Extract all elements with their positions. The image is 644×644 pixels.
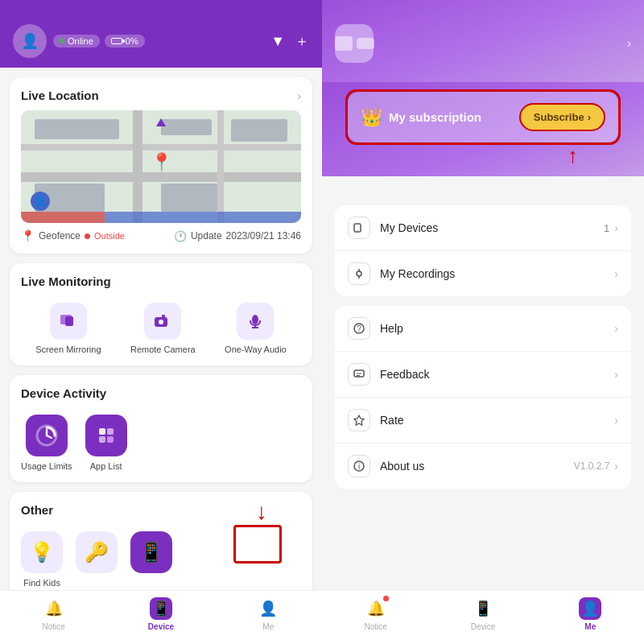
svg-rect-12	[107, 428, 114, 435]
notice-icon: 🔔	[43, 597, 65, 620]
about-us-item[interactable]: i About us V1.0.2.7 ›	[335, 444, 631, 489]
my-recordings-item[interactable]: My Recordings ›	[335, 251, 631, 296]
feedback-item[interactable]: Feedback ›	[335, 352, 631, 398]
screen-mirroring-item[interactable]: Screen Mirroring	[35, 303, 101, 354]
svg-rect-14	[107, 436, 114, 443]
subscribe-button[interactable]: Subscribe ›	[519, 103, 605, 131]
svg-point-3	[159, 320, 163, 324]
subscription-title: My subscription	[389, 110, 481, 124]
svg-rect-11	[99, 428, 105, 435]
remote-camera-item[interactable]: Remote Camera	[130, 303, 196, 354]
live-location-arrow[interactable]: ›	[297, 89, 301, 102]
find-kids-icon: 💡	[21, 531, 63, 573]
map-area: 📍 👤	[21, 110, 301, 223]
my-devices-label: My Devices	[380, 221, 604, 234]
recordings-chevron-icon: ›	[614, 267, 618, 280]
live-location-card: Live Location ›	[10, 77, 312, 254]
device-activity-card: Device Activity Usage Limits	[10, 375, 312, 482]
find-kids-item[interactable]: 💡 Find Kids	[21, 531, 63, 588]
feedback-icon	[348, 363, 370, 386]
app-list-item[interactable]: App List	[85, 415, 127, 471]
svg-marker-25	[354, 415, 364, 425]
right-device-icon: 📱	[472, 597, 494, 620]
other-card: Other 💡 Find Kids 🔑	[10, 492, 312, 590]
left-bottom-nav: 🔔 Notice 📱 Device 👤 Me	[0, 590, 322, 644]
right-header: ›	[322, 0, 644, 82]
right-content: My Devices 1 › My Recordings	[322, 192, 644, 590]
about-icon: i	[348, 455, 370, 477]
geofence-label: Geofence	[39, 230, 80, 242]
feedback-label: Feedback	[380, 368, 614, 381]
other-grid: 💡 Find Kids 🔑 📱	[21, 525, 301, 588]
update-label: Update	[191, 230, 222, 242]
notification-dot	[383, 596, 389, 601]
right-me-icon: 👤	[579, 597, 601, 620]
red-arrow-up: ↑	[568, 143, 578, 168]
devices-count: 1	[604, 222, 609, 234]
subscription-card: 👑 My subscription Subscribe › ↑	[348, 92, 618, 142]
devices-icon	[348, 217, 370, 239]
svg-point-17	[357, 271, 361, 276]
about-chevron-icon: ›	[614, 460, 618, 473]
subscribe-label: Subscribe	[534, 111, 584, 123]
me-icon: 👤	[257, 597, 279, 620]
one-way-audio-item[interactable]: One-Way Audio	[225, 303, 287, 354]
update-item: 🕐 Update 2023/09/21 13:46	[174, 229, 301, 242]
subscribe-chevron-icon: ›	[588, 111, 591, 123]
monitoring-grid: Screen Mirroring Remote Camera	[21, 296, 301, 354]
screen-mirroring-label: Screen Mirroring	[35, 345, 101, 354]
rate-label: Rate	[380, 414, 614, 427]
one-way-audio-icon	[237, 303, 274, 340]
recordings-icon	[348, 262, 370, 285]
usage-limits-icon	[26, 415, 68, 456]
devices-chevron-icon: ›	[614, 221, 618, 234]
rate-item[interactable]: Rate ›	[335, 398, 631, 444]
usage-limits-item[interactable]: Usage Limits	[21, 415, 72, 471]
help-label: Help	[380, 322, 614, 335]
other-icon-3: 📱	[130, 531, 172, 573]
nav-me[interactable]: 👤 Me	[215, 597, 322, 631]
avatar: 👤	[13, 24, 47, 58]
online-label: Online	[68, 36, 93, 46]
right-chevron-icon[interactable]: ›	[627, 36, 631, 51]
dropdown-icon[interactable]: ▼	[270, 33, 285, 50]
add-icon[interactable]: ＋	[295, 31, 309, 51]
activity-grid: Usage Limits App List	[21, 408, 301, 471]
nav-notice[interactable]: 🔔 Notice	[0, 597, 107, 631]
right-me-label: Me	[584, 622, 596, 631]
right-nav-me[interactable]: 👤 Me	[537, 597, 644, 631]
about-us-label: About us	[380, 460, 574, 473]
other-item-2[interactable]: 🔑	[76, 531, 118, 588]
help-item[interactable]: ? Help ›	[335, 306, 631, 352]
live-monitoring-title: Live Monitoring	[21, 275, 111, 288]
menu-group-1: My Devices 1 › My Recordings	[335, 205, 631, 296]
right-nav-notice[interactable]: 🔔 Notice	[322, 597, 429, 631]
right-device-label: Device	[471, 622, 496, 631]
other-icon-2: 🔑	[76, 531, 118, 573]
screen-mirroring-icon	[50, 303, 87, 340]
svg-text:i: i	[358, 462, 360, 471]
other-item-3[interactable]: 📱	[130, 531, 172, 588]
battery-status: 0%	[105, 35, 145, 47]
my-devices-item[interactable]: My Devices 1 ›	[335, 205, 631, 251]
app-list-icon	[85, 415, 127, 456]
nav-device[interactable]: 📱 Device	[107, 597, 214, 631]
svg-point-5	[252, 315, 258, 324]
right-bottom-nav: 🔔 Notice 📱 Device 👤 Me	[322, 590, 644, 644]
update-time: 2023/09/21 13:46	[226, 230, 301, 242]
one-way-audio-label: One-Way Audio	[225, 345, 287, 354]
svg-rect-4	[162, 315, 165, 319]
remote-camera-label: Remote Camera	[130, 345, 196, 354]
remote-camera-icon	[144, 303, 181, 340]
help-icon: ?	[348, 317, 370, 340]
live-monitoring-card: Live Monitoring Screen Mirroring	[10, 263, 312, 365]
live-location-title: Live Location	[21, 89, 99, 102]
person-marker: 👤	[31, 192, 50, 211]
feedback-chevron-icon: ›	[614, 368, 618, 381]
device-activity-title: Device Activity	[21, 386, 106, 400]
left-content: Live Location ›	[0, 68, 322, 590]
svg-rect-13	[99, 436, 105, 443]
battery-label: 0%	[126, 36, 138, 46]
left-header: 👤 Online 0% ▼ ＋	[0, 0, 322, 68]
right-nav-device[interactable]: 📱 Device	[429, 597, 536, 631]
